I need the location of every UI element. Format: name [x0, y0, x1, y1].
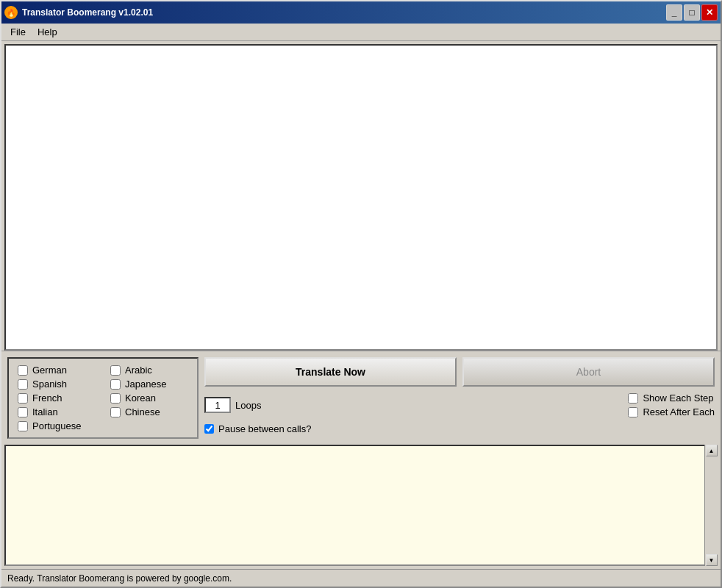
lang-italian[interactable]: Italian [18, 406, 96, 417]
lang-japanese-label: Japanese [125, 379, 166, 390]
lang-french-checkbox[interactable] [18, 393, 28, 404]
lang-arabic-checkbox[interactable] [110, 365, 121, 376]
input-textarea[interactable] [6, 46, 716, 349]
right-checkboxes: Show Each Step Reset After Each [628, 392, 715, 417]
close-button[interactable]: ✕ [701, 4, 718, 21]
lang-chinese-checkbox[interactable] [110, 407, 121, 417]
menu-bar: File Help [1, 24, 721, 41]
lang-korean[interactable]: Korean [110, 392, 188, 404]
scroll-track [706, 456, 718, 554]
button-row: Translate Now Abort [204, 357, 715, 387]
lang-portuguese-checkbox[interactable] [18, 421, 28, 431]
loops-label: Loops [235, 400, 261, 411]
loops-group: Loops [204, 397, 261, 413]
app-icon: 🔥 [4, 6, 18, 19]
lang-chinese[interactable]: Chinese [110, 406, 188, 417]
lang-portuguese[interactable]: Portuguese [18, 420, 96, 431]
status-bar: Ready. Translator Boomerang is powered b… [1, 569, 721, 587]
bottom-panel: German Arabic Spanish Japanese [1, 351, 721, 445]
text-area-wrapper [1, 41, 721, 351]
lang-arabic[interactable]: Arabic [110, 365, 188, 376]
options-row: Loops Show Each Step Reset After Each [204, 392, 715, 417]
pause-group: Pause between calls? [204, 423, 715, 434]
action-panel: Translate Now Abort Loops Show Each St [204, 357, 715, 434]
lang-italian-label: Italian [32, 406, 58, 417]
maximize-button[interactable]: □ [684, 4, 700, 21]
main-content: German Arabic Spanish Japanese [1, 41, 721, 569]
lang-italian-checkbox[interactable] [18, 407, 28, 417]
lang-japanese[interactable]: Japanese [110, 379, 188, 390]
abort-button[interactable]: Abort [462, 357, 715, 387]
minimize-button[interactable]: _ [666, 4, 682, 21]
lang-german[interactable]: German [18, 365, 96, 376]
output-scrollbar: ▲ ▼ [704, 445, 718, 566]
lang-portuguese-label: Portuguese [32, 420, 82, 431]
translate-now-button[interactable]: Translate Now [204, 357, 457, 387]
window-controls: _ □ ✕ [666, 4, 718, 21]
lang-korean-checkbox[interactable] [110, 393, 121, 404]
lang-chinese-label: Chinese [125, 406, 160, 417]
lang-korean-label: Korean [125, 392, 156, 404]
status-text: Ready. Translator Boomerang is powered b… [7, 573, 232, 584]
show-each-step-label: Show Each Step [643, 392, 713, 404]
menu-file[interactable]: File [4, 25, 32, 39]
main-window: 🔥 Translator Boomerang v1.02.01 _ □ ✕ Fi… [0, 0, 722, 588]
show-each-step-checkbox[interactable] [628, 393, 638, 404]
scroll-down-arrow[interactable]: ▼ [706, 554, 718, 566]
lang-japanese-checkbox[interactable] [110, 379, 121, 390]
title-bar: 🔥 Translator Boomerang v1.02.01 _ □ ✕ [1, 1, 721, 24]
language-panel: German Arabic Spanish Japanese [7, 357, 199, 439]
window-title: Translator Boomerang v1.02.01 [22, 7, 662, 18]
controls-row: German Arabic Spanish Japanese [1, 351, 721, 445]
pause-label: Pause between calls? [218, 423, 311, 434]
loops-input[interactable] [204, 397, 231, 413]
output-panel-wrapper: ▲ ▼ [4, 445, 718, 566]
pause-checkbox[interactable] [204, 424, 214, 434]
lang-german-checkbox[interactable] [18, 365, 28, 376]
reset-after-each-item: Reset After Each [628, 406, 715, 417]
menu-help[interactable]: Help [32, 25, 63, 39]
lang-french-label: French [32, 392, 62, 404]
lang-german-label: German [32, 365, 67, 376]
show-each-step-item: Show Each Step [628, 392, 715, 404]
lang-french[interactable]: French [18, 392, 96, 404]
lang-spanish[interactable]: Spanish [18, 379, 96, 390]
reset-after-each-label: Reset After Each [643, 406, 715, 417]
lang-arabic-label: Arabic [125, 365, 152, 376]
lang-spanish-checkbox[interactable] [18, 379, 28, 390]
lang-spanish-label: Spanish [32, 379, 67, 390]
scroll-up-arrow[interactable]: ▲ [706, 445, 718, 456]
reset-after-each-checkbox[interactable] [628, 407, 638, 417]
output-panel [4, 445, 718, 566]
input-text-box[interactable] [4, 44, 718, 351]
